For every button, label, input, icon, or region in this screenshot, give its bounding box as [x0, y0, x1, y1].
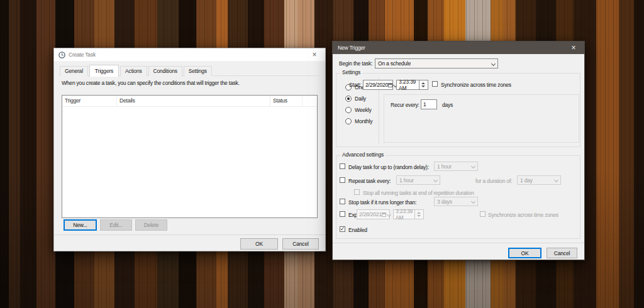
enabled-checkbox[interactable]: ✓	[340, 226, 345, 232]
cancel-button[interactable]: Cancel	[282, 238, 319, 250]
recur-every-input[interactable]: 1	[421, 99, 437, 109]
ok-button[interactable]: OK	[508, 248, 541, 258]
daily-panel: Recur every: 1 days	[384, 94, 579, 143]
expire-date-picker[interactable]: 2/28/2021	[357, 209, 390, 219]
settings-group: Settings One time Daily Weekly Monthly S…	[336, 73, 580, 147]
recur-every-value: 1	[423, 101, 426, 107]
radio-daily[interactable]	[345, 96, 352, 102]
cancel-button-label: Cancel	[554, 250, 570, 256]
column-header-details[interactable]: Details	[117, 96, 270, 106]
close-icon[interactable]: ×	[563, 41, 584, 54]
repeat-task-checkbox[interactable]	[340, 177, 345, 183]
delay-task-value: 1 hour	[437, 163, 452, 170]
tab-conditions[interactable]: Conditions	[148, 66, 182, 76]
expire-time-value: 3:23:39 AM	[396, 208, 414, 221]
spinner-arrows-icon[interactable]	[414, 210, 422, 219]
expire-time-spinner[interactable]: 3:23:39 AM	[393, 209, 424, 219]
advanced-settings-group: Advanced settings Delay task for up to (…	[336, 155, 580, 239]
stop-task-longer-label: Stop task if it runs longer than:	[348, 199, 416, 206]
create-task-titlebar: Create Task ×	[54, 48, 325, 61]
chevron-down-icon	[433, 178, 438, 182]
sync-timezones-checkbox[interactable]	[432, 81, 438, 87]
expire-date-value: 2/28/2021	[359, 211, 382, 217]
tab-general[interactable]: General	[60, 66, 88, 76]
enabled-label: Enabled	[348, 227, 367, 233]
column-header-filler	[303, 96, 317, 106]
repeat-task-label: Repeat task every:	[348, 178, 391, 184]
new-trigger-titlebar: New Trigger ×	[333, 41, 584, 54]
delete-button[interactable]: Delete	[135, 219, 167, 231]
repeat-task-select[interactable]: 1 hour	[396, 175, 440, 185]
chevron-down-icon	[554, 178, 558, 182]
column-header-status[interactable]: Status	[270, 96, 303, 106]
calendar-icon	[388, 83, 397, 87]
ok-button[interactable]: OK	[240, 238, 278, 250]
new-button[interactable]: New...	[64, 219, 97, 231]
start-time-value: 3:23:39 AM	[399, 79, 419, 91]
chevron-down-icon	[471, 164, 475, 168]
expire-sync-checkbox[interactable]	[480, 211, 486, 217]
cancel-button-label: Cancel	[292, 241, 308, 247]
recur-every-label: Recur every:	[391, 102, 419, 108]
spinner-arrows-icon[interactable]	[419, 80, 426, 89]
sync-timezones-label: Synchronize across time zones	[441, 82, 511, 88]
radio-weekly-label: Weekly	[355, 107, 372, 113]
triggers-list: Trigger Details Status	[62, 95, 318, 218]
tab-strip: General Triggers Actions Conditions Sett…	[60, 65, 213, 76]
create-task-title: Create Task	[65, 52, 96, 58]
delete-button-label: Delete	[144, 222, 158, 228]
stop-task-longer-select[interactable]: 3 days	[434, 197, 478, 206]
triggers-list-body	[62, 107, 317, 219]
stop-all-tasks-checkbox[interactable]	[354, 189, 360, 195]
expire-sync-label: Synchronize across time zones	[488, 212, 558, 218]
recur-unit-label: days	[442, 102, 453, 108]
start-label: Start:	[349, 82, 361, 88]
chevron-down-icon	[491, 61, 496, 65]
begin-task-label: Begin the task:	[339, 60, 372, 67]
edit-button[interactable]: Edit...	[100, 219, 132, 231]
start-date-value: 2/29/2020	[365, 82, 388, 88]
radio-monthly[interactable]	[345, 118, 352, 124]
stop-task-longer-value: 3 days	[437, 199, 452, 205]
begin-task-select[interactable]: On a schedule	[375, 58, 498, 69]
radio-monthly-label: Monthly	[355, 118, 372, 124]
stop-all-tasks-label: Stop all running tasks at end of repetit…	[363, 190, 474, 196]
tab-triggers[interactable]: Triggers	[89, 65, 119, 77]
duration-value: 1 day	[520, 177, 533, 184]
chevron-down-icon	[471, 199, 475, 204]
triggers-description: When you create a task, you can specify …	[62, 80, 240, 86]
delay-task-label: Delay task for up to (random delay):	[348, 164, 429, 170]
edit-button-label: Edit...	[109, 222, 122, 228]
tab-actions[interactable]: Actions	[120, 66, 147, 76]
duration-select[interactable]: 1 day	[517, 175, 561, 185]
settings-group-label: Settings	[340, 69, 362, 75]
tab-settings[interactable]: Settings	[184, 66, 212, 76]
stop-task-longer-checkbox[interactable]	[340, 199, 345, 204]
expire-checkbox[interactable]	[340, 211, 345, 217]
footer-divider	[54, 234, 325, 235]
new-button-label: New...	[73, 222, 87, 228]
check-icon: ✓	[340, 226, 345, 232]
advanced-settings-label: Advanced settings	[340, 151, 386, 158]
new-trigger-title: New Trigger	[333, 45, 365, 51]
new-trigger-dialog: New Trigger × Begin the task: On a sched…	[332, 41, 585, 260]
repeat-task-value: 1 hour	[399, 177, 414, 184]
cancel-button[interactable]: Cancel	[547, 248, 577, 258]
close-icon[interactable]: ×	[304, 48, 325, 61]
radio-weekly[interactable]	[345, 107, 352, 113]
clock-icon	[58, 52, 65, 58]
create-task-dialog: Create Task × General Triggers Actions C…	[53, 48, 326, 251]
ok-button-label: OK	[521, 250, 529, 256]
calendar-icon	[382, 212, 391, 217]
start-date-picker[interactable]: 2/29/2020	[363, 80, 393, 90]
column-header-trigger[interactable]: Trigger	[62, 96, 117, 106]
radio-daily-label: Daily	[355, 96, 366, 102]
footer-divider	[333, 243, 584, 243]
delay-task-select[interactable]: 1 hour	[434, 162, 478, 171]
begin-task-value: On a schedule	[378, 60, 411, 67]
triggers-list-header: Trigger Details Status	[62, 96, 317, 107]
duration-label: for a duration of:	[475, 178, 512, 184]
delay-task-checkbox[interactable]	[340, 163, 345, 169]
ok-button-label: OK	[255, 241, 263, 247]
start-time-spinner[interactable]: 3:23:39 AM	[396, 80, 428, 90]
